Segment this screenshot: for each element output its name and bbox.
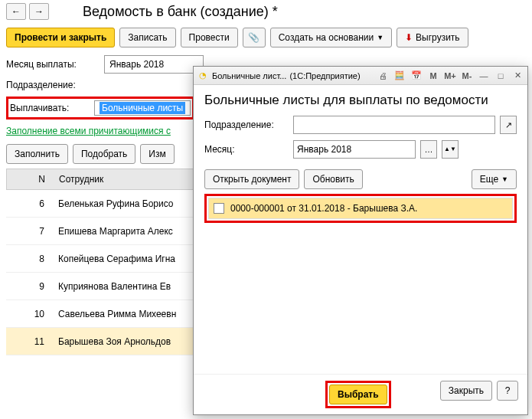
open-document-button[interactable]: Открыть документ — [204, 169, 299, 189]
grid-header-n[interactable]: N — [7, 174, 53, 185]
create-based-on-button[interactable]: Создать на основании ▼ — [270, 28, 392, 47]
m-plus-button[interactable]: M+ — [443, 69, 457, 83]
choose-button[interactable]: Выбрать — [329, 385, 387, 404]
modal-division-label: Подразделение: — [204, 119, 289, 130]
modal-division-open-button[interactable]: ↗ — [500, 116, 517, 134]
attach-button[interactable]: 📎 — [243, 28, 266, 47]
chevron-down-icon: ▼ — [377, 34, 383, 41]
modal-titlebar[interactable]: ◔ Больничные лист... (1С:Предприятие) 🖨 … — [194, 67, 527, 85]
month-input[interactable]: Январь 2018 — [104, 55, 204, 74]
division-label: Подразделение: — [6, 80, 98, 90]
document-list-highlight: 0000-000001 от 31.01.2018 - Барышева З.А… — [204, 194, 517, 223]
refresh-button[interactable]: Обновить — [304, 169, 362, 189]
sick-leave-modal: ◔ Больничные лист... (1С:Предприятие) 🖨 … — [193, 66, 528, 415]
close-button[interactable]: Закрыть — [440, 381, 492, 401]
back-button[interactable]: ← — [6, 3, 26, 20]
document-checkbox[interactable] — [214, 203, 224, 214]
month-label: Месяц выплаты: — [6, 59, 98, 70]
pay-input[interactable]: Больничные листы — [94, 100, 191, 116]
close-icon[interactable]: ✕ — [511, 69, 524, 83]
document-list-item[interactable]: 0000-000001 от 31.01.2018 - Барышева З.А… — [208, 198, 513, 219]
pay-label: Выплачивать: — [10, 103, 94, 113]
post-and-close-button[interactable]: Провести и закрыть — [6, 28, 115, 47]
modal-month-select-button[interactable]: … — [420, 140, 437, 159]
post-button[interactable]: Провести — [181, 28, 238, 47]
more-button[interactable]: Еще ▼ — [472, 169, 517, 189]
m-button[interactable]: M — [426, 69, 440, 83]
print-icon[interactable]: 🖨 — [376, 69, 390, 83]
help-button[interactable]: ? — [497, 381, 518, 401]
edit-button[interactable]: Изм — [140, 144, 174, 164]
select-button[interactable]: Подобрать — [73, 144, 135, 164]
export-button[interactable]: ⬇ Выгрузить — [397, 28, 468, 47]
pay-highlight: Выплачивать: Больничные листы — [6, 97, 194, 119]
page-title: Ведомость в банк (создание) * — [83, 4, 278, 20]
maximize-icon[interactable]: □ — [494, 69, 508, 83]
choose-highlight: Выбрать — [325, 381, 391, 408]
open-icon: ↗ — [505, 120, 512, 130]
modal-month-input[interactable]: Январь 2018 — [293, 140, 416, 159]
forward-button[interactable]: → — [29, 3, 49, 20]
modal-heading: Больничные листы для выплаты по ведомост… — [204, 93, 517, 108]
modal-month-label: Месяц: — [204, 144, 289, 155]
modal-division-input[interactable] — [293, 116, 495, 134]
paperclip-icon: 📎 — [248, 32, 259, 43]
calendar-icon[interactable]: 📅 — [410, 69, 423, 83]
fill-all-link[interactable]: Заполнение всеми причитающимися с — [6, 126, 171, 136]
export-icon: ⬇ — [405, 32, 413, 43]
save-button[interactable]: Записать — [119, 28, 175, 47]
modal-month-spinner[interactable]: ▲▼ — [442, 140, 459, 159]
fill-button[interactable]: Заполнить — [6, 144, 68, 164]
chevron-down-icon: ▼ — [501, 175, 508, 183]
app-icon: ◔ — [197, 70, 209, 82]
calc-icon[interactable]: 🧮 — [393, 69, 406, 83]
m-minus-button[interactable]: M- — [460, 69, 474, 83]
minimize-icon[interactable]: — — [477, 69, 491, 83]
